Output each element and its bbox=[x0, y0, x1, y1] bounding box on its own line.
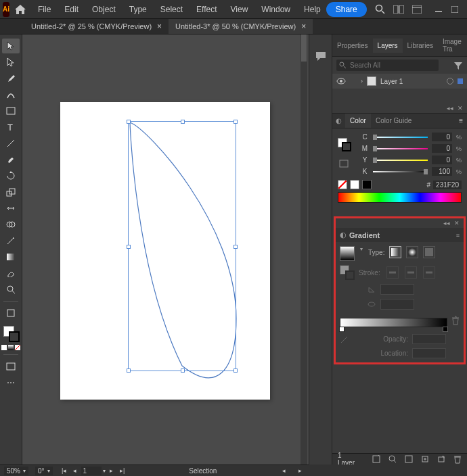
make-clip-icon[interactable] bbox=[405, 455, 413, 463]
sel-handle-n[interactable] bbox=[181, 120, 185, 124]
gradient-stop-left[interactable] bbox=[339, 327, 344, 332]
magenta-slider[interactable] bbox=[373, 145, 428, 152]
black-swatch[interactable] bbox=[362, 180, 372, 189]
target-icon[interactable] bbox=[447, 78, 453, 85]
gradient-slider[interactable] bbox=[340, 318, 447, 327]
delete-stop-icon[interactable] bbox=[451, 316, 460, 324]
arrange-docs-icon[interactable] bbox=[393, 5, 404, 14]
gradient-tool[interactable] bbox=[2, 249, 20, 264]
aspect-dropdown[interactable] bbox=[380, 299, 414, 310]
sel-handle-se[interactable] bbox=[234, 368, 238, 373]
delete-layer-icon[interactable] bbox=[453, 454, 462, 464]
new-sublayer-icon[interactable] bbox=[421, 455, 429, 463]
tab-doc-2[interactable]: Untitled-3* @ 50 % (CMYK/Preview) × bbox=[169, 19, 313, 34]
menu-view[interactable]: View bbox=[225, 2, 254, 17]
tab-close-icon[interactable]: × bbox=[301, 22, 306, 31]
layer-name-label[interactable]: Layer 1 bbox=[380, 78, 443, 85]
menu-help[interactable]: Help bbox=[298, 2, 326, 17]
menu-edit[interactable]: Edit bbox=[59, 2, 84, 17]
minimize-icon[interactable] bbox=[435, 6, 442, 13]
sel-handle-ne[interactable] bbox=[234, 120, 238, 124]
maximize-icon[interactable] bbox=[451, 6, 458, 13]
opacity-dropdown[interactable] bbox=[412, 334, 446, 344]
menu-type[interactable]: Type bbox=[124, 2, 152, 17]
selection-indicator[interactable] bbox=[458, 78, 463, 84]
sel-handle-s[interactable] bbox=[181, 368, 185, 373]
menu-object[interactable]: Object bbox=[87, 2, 121, 17]
panel-menu-icon[interactable]: ≡ bbox=[455, 114, 467, 128]
out-of-gamut-icon[interactable] bbox=[339, 160, 349, 168]
sel-handle-w[interactable] bbox=[127, 245, 131, 249]
line-tool[interactable] bbox=[2, 136, 20, 151]
new-layer-icon[interactable] bbox=[437, 455, 445, 463]
first-artboard-button[interactable]: |◂ bbox=[60, 467, 69, 475]
artboard[interactable] bbox=[60, 102, 270, 400]
angle-dropdown[interactable] bbox=[380, 284, 414, 295]
comments-icon[interactable] bbox=[315, 51, 327, 62]
zoom-tool[interactable] bbox=[2, 282, 20, 297]
rectangle-tool[interactable] bbox=[2, 103, 20, 118]
gradient-fill-stroke-swatch[interactable] bbox=[340, 265, 355, 280]
eraser-tool[interactable] bbox=[2, 266, 20, 281]
canvas-area[interactable] bbox=[22, 34, 309, 465]
fill-stroke-swatch[interactable] bbox=[2, 325, 20, 342]
none-swatch[interactable] bbox=[338, 180, 347, 189]
yellow-value[interactable]: 0 bbox=[432, 156, 452, 164]
layer-search-input[interactable] bbox=[336, 60, 439, 71]
artboard-number-input[interactable] bbox=[81, 467, 102, 475]
curvature-tool[interactable] bbox=[2, 87, 20, 102]
edit-toolbar-icon[interactable]: ⋯ bbox=[2, 375, 20, 390]
tab-close-icon[interactable]: × bbox=[157, 22, 162, 31]
black-value[interactable]: 100 bbox=[432, 167, 452, 176]
color-wheel-icon[interactable]: ◐ bbox=[332, 114, 345, 128]
black-slider[interactable] bbox=[373, 168, 428, 175]
prev-artboard-button[interactable]: ◂ bbox=[70, 467, 80, 475]
layer-row[interactable]: › Layer 1 bbox=[332, 74, 467, 89]
stroke-across-button[interactable] bbox=[423, 266, 435, 279]
white-swatch[interactable] bbox=[350, 180, 359, 189]
eyedropper-tool[interactable] bbox=[2, 233, 20, 248]
screen-mode-tool[interactable] bbox=[2, 359, 20, 374]
width-tool[interactable] bbox=[2, 201, 20, 216]
last-artboard-button[interactable]: ▸| bbox=[118, 467, 127, 475]
next-artboard-button[interactable]: ▸ bbox=[107, 467, 116, 475]
rotate-tool[interactable] bbox=[2, 168, 20, 183]
panel-menu-icon[interactable]: ≡ bbox=[456, 232, 460, 239]
artboard-nav-dropdown[interactable]: ▾ bbox=[103, 468, 106, 474]
menu-file[interactable]: File bbox=[32, 2, 56, 17]
tab-color-guide[interactable]: Color Guide bbox=[371, 114, 416, 128]
tab-layers[interactable]: Layers bbox=[373, 39, 403, 53]
location-dropdown[interactable] bbox=[412, 348, 446, 358]
menu-effect[interactable]: Effect bbox=[191, 2, 222, 17]
gradient-stop-right[interactable] bbox=[443, 327, 448, 332]
visibility-icon[interactable] bbox=[336, 78, 346, 85]
radial-gradient-button[interactable] bbox=[406, 246, 418, 258]
selection-tool[interactable] bbox=[2, 39, 20, 53]
zoom-dropdown[interactable]: 50%▾ bbox=[4, 467, 28, 475]
share-button[interactable]: Share bbox=[326, 2, 367, 17]
menu-window[interactable]: Window bbox=[256, 2, 296, 17]
locate-object-icon[interactable] bbox=[372, 455, 380, 463]
scale-tool[interactable] bbox=[2, 185, 20, 199]
panel-close-icon[interactable]: ✕ bbox=[458, 105, 463, 112]
pen-tool[interactable] bbox=[2, 71, 20, 86]
tab-color[interactable]: Color bbox=[345, 114, 371, 128]
stroke-along-button[interactable] bbox=[405, 266, 417, 279]
expand-icon[interactable]: › bbox=[361, 78, 363, 85]
color-mode-row[interactable] bbox=[1, 345, 20, 350]
direct-selection-tool[interactable] bbox=[2, 55, 20, 70]
menu-select[interactable]: Select bbox=[155, 2, 188, 17]
freeform-gradient-button[interactable] bbox=[423, 246, 435, 258]
panel-mode-icon[interactable]: ◐ bbox=[340, 231, 347, 239]
gradient-preset-dropdown[interactable]: ▾ bbox=[360, 246, 363, 252]
hex-value[interactable]: 231F20 bbox=[433, 181, 462, 189]
pick-color-icon[interactable] bbox=[340, 335, 349, 344]
locate-layer-icon[interactable] bbox=[388, 455, 397, 463]
color-fill-stroke-swatch[interactable] bbox=[336, 137, 351, 151]
panel-collapse-icon[interactable]: ◂◂ bbox=[443, 220, 450, 227]
filter-icon[interactable] bbox=[453, 61, 463, 70]
home-icon[interactable] bbox=[15, 1, 26, 18]
type-tool[interactable]: T bbox=[2, 120, 20, 135]
vertical-scrollbar[interactable] bbox=[301, 34, 307, 465]
workspace-icon[interactable] bbox=[412, 5, 422, 14]
